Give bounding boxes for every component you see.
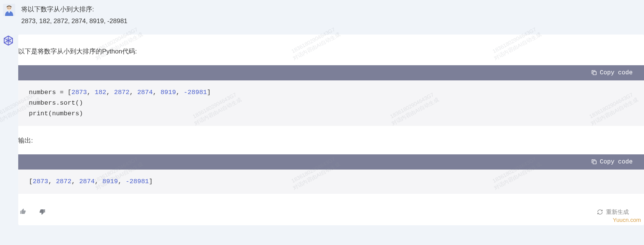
thumbs-down-icon xyxy=(39,208,46,215)
code-block-1: Copy code numbers = [2873, 182, 2872, 28… xyxy=(18,65,644,126)
feedback-buttons xyxy=(18,207,47,218)
regenerate-icon xyxy=(597,209,603,215)
ai-intro-text: 以下是将数字从小到大排序的Python代码: xyxy=(18,46,644,65)
copy-icon xyxy=(591,159,597,165)
thumbs-up-button[interactable] xyxy=(18,207,28,218)
thumbs-up-icon xyxy=(20,208,27,215)
code-block-2: Copy code [2873, 2872, 2874, 8919, -2898… xyxy=(18,154,644,194)
copy-label-1: Copy code xyxy=(600,69,633,76)
svg-point-2 xyxy=(8,8,8,8)
ai-avatar xyxy=(3,35,14,46)
user-message-content: 将以下数字从小到大排序: 2873, 182, 2872, 2874, 8919… xyxy=(21,4,644,27)
user-avatar xyxy=(3,4,17,17)
user-text-line1: 将以下数字从小到大排序: xyxy=(21,4,636,16)
code-header-2: Copy code xyxy=(18,154,644,170)
regenerate-label: 重新生成 xyxy=(606,209,629,216)
copy-code-button-1[interactable]: Copy code xyxy=(591,69,633,76)
copy-icon xyxy=(591,70,597,75)
copy-label-2: Copy code xyxy=(600,159,633,165)
user-message: 将以下数字从小到大排序: 2873, 182, 2872, 2874, 8919… xyxy=(0,4,644,27)
source-label: Yuucn.com xyxy=(613,217,641,223)
copy-code-button-2[interactable]: Copy code xyxy=(591,159,633,165)
code-body-2[interactable]: [2873, 2872, 2874, 8919, -28981] xyxy=(18,170,644,194)
regenerate-button[interactable]: 重新生成 xyxy=(597,209,629,216)
code-body-1[interactable]: numbers = [2873, 182, 2872, 2874, 8919, … xyxy=(18,80,644,126)
feedback-row: 重新生成 xyxy=(18,203,644,218)
user-text-line2: 2873, 182, 2872, 2874, 8919, -28981 xyxy=(21,16,636,27)
output-label: 输出: xyxy=(18,135,644,154)
ai-message-content: 以下是将数字从小到大排序的Python代码: Copy code numbers… xyxy=(18,35,644,225)
ai-message: 以下是将数字从小到大排序的Python代码: Copy code numbers… xyxy=(0,35,644,225)
svg-point-3 xyxy=(10,8,11,8)
svg-rect-9 xyxy=(593,72,596,75)
thumbs-down-button[interactable] xyxy=(37,207,47,218)
svg-rect-10 xyxy=(593,161,596,164)
code-header-1: Copy code xyxy=(18,65,644,80)
